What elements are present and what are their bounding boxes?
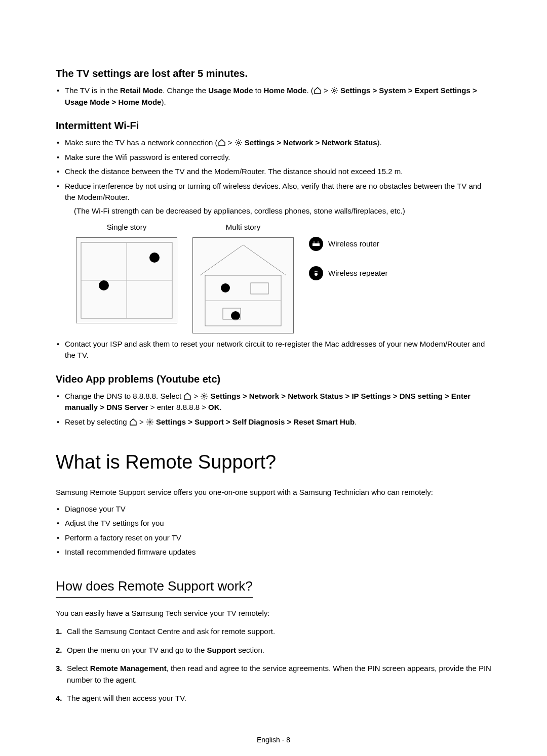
text-bold: Usage Mode xyxy=(208,86,253,95)
text-bold: OK xyxy=(208,403,220,411)
text: The TV is in the xyxy=(65,86,120,95)
home-icon xyxy=(183,392,191,400)
gear-icon xyxy=(146,418,154,426)
text: ). xyxy=(161,98,166,106)
router-icon xyxy=(309,237,323,251)
home-icon xyxy=(314,87,322,95)
svg-point-15 xyxy=(315,273,318,276)
floorplan-illustration xyxy=(76,237,177,323)
step-call: Call the Samsung Contact Centre and ask … xyxy=(67,626,491,638)
legend-label: Wireless router xyxy=(328,238,379,250)
bullet-retail-mode: The TV is in the Retail Mode. Change the… xyxy=(65,85,491,108)
bullet-contact-isp: Contact your ISP and ask them to reset y… xyxy=(65,339,491,361)
text-path: Settings > Support > Self Diagnosis > Re… xyxy=(154,417,355,426)
heading-tv-settings-lost: The TV settings are lost after 5 minutes… xyxy=(56,66,491,81)
diagram-label: Multi story xyxy=(226,222,260,233)
page-footer: English - 8 xyxy=(56,735,491,745)
diagram-label: Single story xyxy=(107,222,146,233)
step-open-menu: Open the menu on your TV and go to the S… xyxy=(67,645,491,656)
bullet-diagnose: Diagnose your TV xyxy=(65,503,491,515)
text: Select xyxy=(67,664,90,673)
diagram-single-story: Single story xyxy=(76,222,177,323)
bullet-adjust: Adjust the TV settings for you xyxy=(65,518,491,529)
floorplan-icon xyxy=(79,240,175,321)
gear-icon xyxy=(330,87,338,95)
legend-repeater: Wireless repeater xyxy=(309,266,388,280)
text: . Change the xyxy=(163,86,208,95)
text-bold: Remote Management xyxy=(90,664,167,673)
bullet-reset: Reset by selecting > Settings > Support … xyxy=(65,416,491,428)
bullet-factory-reset: Perform a factory reset on your TV xyxy=(65,532,491,544)
bullet-distance: Check the distance between the TV and th… xyxy=(65,166,491,178)
text: section. xyxy=(236,646,264,654)
text: Reduce interference by not using or turn… xyxy=(65,182,481,202)
text-path: Settings > Network > Network Status xyxy=(243,138,377,147)
diagram-legend: Wireless router Wireless repeater xyxy=(309,222,388,296)
text: Make sure the TV has a network connectio… xyxy=(65,138,218,147)
bullet-firmware: Install recommended firmware updates xyxy=(65,547,491,558)
text-note: (The Wi-Fi strength can be decreased by … xyxy=(74,205,491,217)
text: ). xyxy=(377,138,382,147)
home-icon xyxy=(218,139,226,147)
text: > enter 8.8.8.8 > xyxy=(148,403,208,411)
text: Change the DNS to 8.8.8.8. Select xyxy=(65,392,183,400)
legend-label: Wireless repeater xyxy=(328,268,388,279)
text: > xyxy=(322,86,330,95)
text-bold: Retail Mode xyxy=(120,86,163,95)
step-agent-access: The agent will then access your TV. xyxy=(67,693,491,704)
bullet-interference: Reduce interference by not using or turn… xyxy=(65,181,491,217)
text: . xyxy=(355,417,357,426)
diagram-row: Single story Multi story xyxy=(76,222,491,333)
text: Open the menu on your TV and go to the xyxy=(67,646,207,654)
bullet-dns: Change the DNS to 8.8.8.8. Select > Sett… xyxy=(65,391,491,413)
heading-how-remote-support: How does Remote Support work? xyxy=(56,576,253,598)
svg-rect-10 xyxy=(251,283,268,294)
bullet-network-connection: Make sure the TV has a network connectio… xyxy=(65,137,491,149)
house-illustration xyxy=(192,237,294,333)
svg-point-4 xyxy=(99,280,109,290)
title-remote-support: What is Remote Support? xyxy=(56,448,491,477)
text: Reset by selecting xyxy=(65,417,129,426)
step-remote-management: Select Remote Management, then read and … xyxy=(67,663,491,686)
text: . xyxy=(220,403,222,411)
gear-icon xyxy=(235,139,243,147)
legend-router: Wireless router xyxy=(309,237,388,251)
text: > xyxy=(137,417,146,426)
text: > xyxy=(226,138,235,147)
text: to xyxy=(253,86,264,95)
svg-point-5 xyxy=(149,253,160,263)
svg-rect-12 xyxy=(312,243,320,246)
home-icon xyxy=(129,418,137,426)
svg-point-9 xyxy=(231,311,240,320)
heading-video-app: Video App problems (Youtube etc) xyxy=(56,371,491,387)
gear-icon xyxy=(200,392,208,400)
intro-how: You can easily have a Samsung Tech servi… xyxy=(56,608,491,619)
house-icon xyxy=(195,240,291,331)
heading-intermittent-wifi: Intermittent Wi-Fi xyxy=(56,118,491,133)
diagram-multi-story: Multi story xyxy=(192,222,294,333)
intro-remote-support: Samsung Remote Support service offers yo… xyxy=(56,487,491,498)
svg-point-8 xyxy=(221,283,230,292)
repeater-icon xyxy=(309,266,323,280)
text: . ( xyxy=(306,86,313,95)
bullet-wifi-password: Make sure the Wifi password is entered c… xyxy=(65,152,491,163)
text-bold: Home Mode xyxy=(263,86,306,95)
text: > xyxy=(191,392,200,400)
text-bold: Support xyxy=(207,646,237,654)
